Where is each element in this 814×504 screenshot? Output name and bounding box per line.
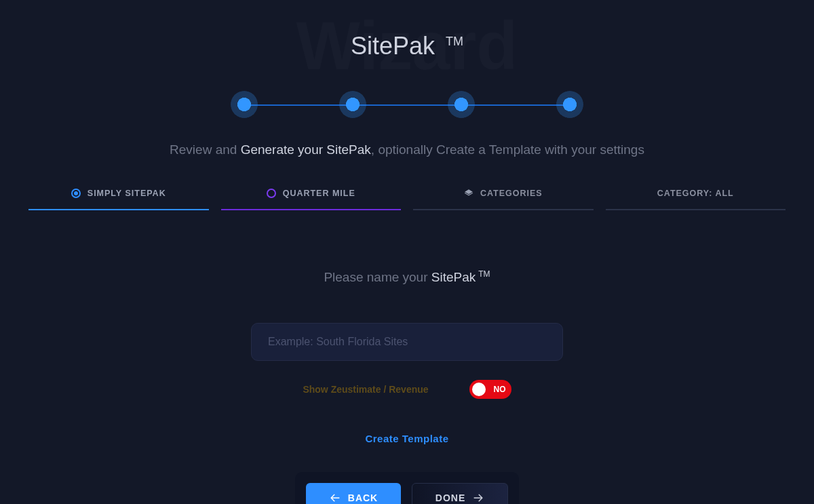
- radio-empty-icon: [267, 189, 276, 198]
- tab-category-all[interactable]: CATEGORY: ALL: [606, 189, 786, 210]
- arrow-right-icon: [472, 493, 484, 503]
- subtitle-strong: Generate your SitePak: [241, 142, 371, 157]
- done-button-label: DONE: [435, 492, 465, 503]
- wizard-subtitle: Review and Generate your SitePak, option…: [0, 142, 814, 157]
- page-title: SitePak TM: [0, 32, 814, 60]
- toggle-state: NO: [494, 385, 506, 394]
- done-button[interactable]: DONE: [412, 483, 508, 504]
- toggle-knob: [472, 383, 486, 396]
- page-title-text: SitePak: [351, 32, 435, 60]
- sitepak-name-input[interactable]: [251, 323, 563, 361]
- tab-categories[interactable]: CATEGORIES: [413, 189, 594, 210]
- stepper-line: [244, 104, 570, 106]
- back-button-label: BACK: [348, 492, 378, 503]
- prompt-strong: SitePak: [431, 270, 476, 284]
- subtitle-post: , optionally Create a Template with your…: [371, 142, 644, 157]
- zeustimate-label: Show Zeustimate / Revenue: [303, 384, 428, 395]
- prompt-tm: TM: [478, 269, 490, 279]
- radio-filled-icon: [71, 189, 81, 198]
- tab-label: SIMPLY SITEPAK: [88, 189, 166, 198]
- stepper-step-4[interactable]: [556, 91, 583, 118]
- prompt-pre: Please name your: [324, 270, 431, 284]
- tab-label: QUARTER MILE: [283, 189, 355, 198]
- name-prompt: Please name your SitePakTM: [0, 269, 814, 285]
- stepper-step-2[interactable]: [339, 91, 366, 118]
- stepper-step-3[interactable]: [448, 91, 475, 118]
- summary-tabs: SIMPLY SITEPAK QUARTER MILE CATEGORIES C…: [28, 189, 786, 210]
- page-title-tm: TM: [446, 35, 463, 48]
- zeustimate-row: Show Zeustimate / Revenue NO: [0, 380, 814, 399]
- form-area: Please name your SitePakTM Show Zeustima…: [0, 269, 814, 504]
- tab-quarter-mile[interactable]: QUARTER MILE: [221, 189, 402, 210]
- subtitle-pre: Review and: [170, 142, 241, 157]
- tab-label: CATEGORY: ALL: [657, 189, 734, 198]
- create-template-link[interactable]: Create Template: [365, 433, 448, 444]
- stepper-step-1[interactable]: [231, 91, 258, 118]
- tab-simply-sitepak[interactable]: SIMPLY SITEPAK: [28, 189, 209, 210]
- layers-icon: [464, 189, 473, 198]
- arrow-left-icon: [329, 493, 341, 503]
- wizard-stepper: [231, 91, 583, 118]
- back-button[interactable]: BACK: [306, 483, 401, 504]
- wizard-button-bar: BACK DONE: [295, 472, 519, 504]
- zeustimate-toggle[interactable]: NO: [469, 380, 511, 399]
- tab-label: CATEGORIES: [480, 189, 543, 198]
